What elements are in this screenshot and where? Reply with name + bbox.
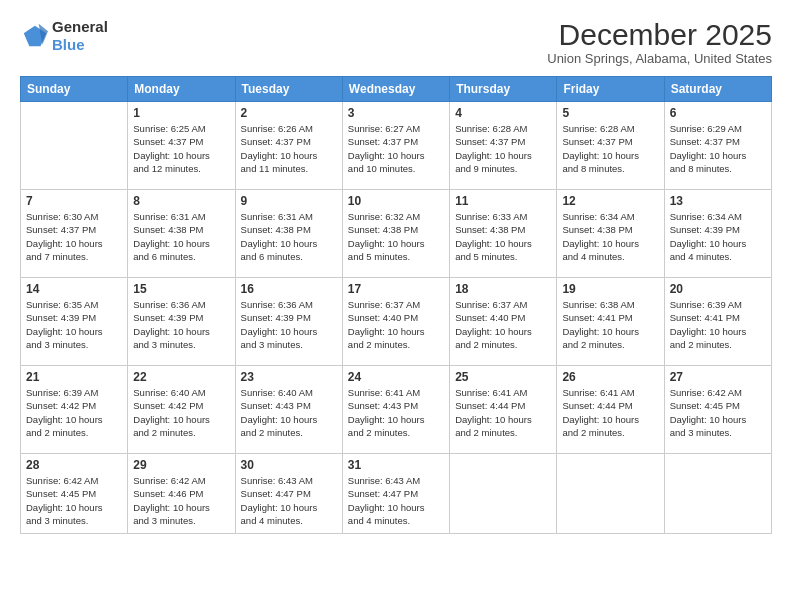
day-number: 6 bbox=[670, 106, 766, 120]
day-number: 2 bbox=[241, 106, 337, 120]
day-info: Sunrise: 6:28 AMSunset: 4:37 PMDaylight:… bbox=[562, 122, 658, 175]
day-number: 29 bbox=[133, 458, 229, 472]
calendar-cell: 7Sunrise: 6:30 AMSunset: 4:37 PMDaylight… bbox=[21, 190, 128, 278]
calendar-cell: 16Sunrise: 6:36 AMSunset: 4:39 PMDayligh… bbox=[235, 278, 342, 366]
calendar-cell bbox=[664, 454, 771, 534]
page: General Blue December 2025 Union Springs… bbox=[0, 0, 792, 612]
day-info: Sunrise: 6:31 AMSunset: 4:38 PMDaylight:… bbox=[133, 210, 229, 263]
calendar-cell: 2Sunrise: 6:26 AMSunset: 4:37 PMDaylight… bbox=[235, 102, 342, 190]
day-info: Sunrise: 6:27 AMSunset: 4:37 PMDaylight:… bbox=[348, 122, 444, 175]
day-info: Sunrise: 6:40 AMSunset: 4:42 PMDaylight:… bbox=[133, 386, 229, 439]
day-number: 13 bbox=[670, 194, 766, 208]
calendar-header-thursday: Thursday bbox=[450, 77, 557, 102]
day-number: 26 bbox=[562, 370, 658, 384]
logo-text: General Blue bbox=[52, 18, 108, 54]
calendar-header-saturday: Saturday bbox=[664, 77, 771, 102]
day-number: 18 bbox=[455, 282, 551, 296]
calendar-cell: 22Sunrise: 6:40 AMSunset: 4:42 PMDayligh… bbox=[128, 366, 235, 454]
day-number: 5 bbox=[562, 106, 658, 120]
calendar-cell: 21Sunrise: 6:39 AMSunset: 4:42 PMDayligh… bbox=[21, 366, 128, 454]
day-info: Sunrise: 6:37 AMSunset: 4:40 PMDaylight:… bbox=[348, 298, 444, 351]
day-info: Sunrise: 6:40 AMSunset: 4:43 PMDaylight:… bbox=[241, 386, 337, 439]
day-number: 23 bbox=[241, 370, 337, 384]
calendar-cell bbox=[557, 454, 664, 534]
day-number: 12 bbox=[562, 194, 658, 208]
calendar-cell: 13Sunrise: 6:34 AMSunset: 4:39 PMDayligh… bbox=[664, 190, 771, 278]
main-title: December 2025 bbox=[547, 18, 772, 51]
day-number: 3 bbox=[348, 106, 444, 120]
day-info: Sunrise: 6:41 AMSunset: 4:43 PMDaylight:… bbox=[348, 386, 444, 439]
day-number: 22 bbox=[133, 370, 229, 384]
calendar-week-3: 14Sunrise: 6:35 AMSunset: 4:39 PMDayligh… bbox=[21, 278, 772, 366]
calendar-header-tuesday: Tuesday bbox=[235, 77, 342, 102]
calendar-week-4: 21Sunrise: 6:39 AMSunset: 4:42 PMDayligh… bbox=[21, 366, 772, 454]
day-info: Sunrise: 6:39 AMSunset: 4:41 PMDaylight:… bbox=[670, 298, 766, 351]
day-number: 11 bbox=[455, 194, 551, 208]
calendar-header-row: SundayMondayTuesdayWednesdayThursdayFrid… bbox=[21, 77, 772, 102]
header: General Blue December 2025 Union Springs… bbox=[20, 18, 772, 66]
calendar-cell: 27Sunrise: 6:42 AMSunset: 4:45 PMDayligh… bbox=[664, 366, 771, 454]
day-number: 31 bbox=[348, 458, 444, 472]
calendar-week-5: 28Sunrise: 6:42 AMSunset: 4:45 PMDayligh… bbox=[21, 454, 772, 534]
calendar-header-sunday: Sunday bbox=[21, 77, 128, 102]
logo-icon bbox=[20, 22, 48, 50]
day-number: 8 bbox=[133, 194, 229, 208]
day-info: Sunrise: 6:33 AMSunset: 4:38 PMDaylight:… bbox=[455, 210, 551, 263]
calendar-header-wednesday: Wednesday bbox=[342, 77, 449, 102]
day-info: Sunrise: 6:28 AMSunset: 4:37 PMDaylight:… bbox=[455, 122, 551, 175]
calendar-cell: 1Sunrise: 6:25 AMSunset: 4:37 PMDaylight… bbox=[128, 102, 235, 190]
day-number: 4 bbox=[455, 106, 551, 120]
calendar-cell bbox=[21, 102, 128, 190]
calendar-cell: 6Sunrise: 6:29 AMSunset: 4:37 PMDaylight… bbox=[664, 102, 771, 190]
day-info: Sunrise: 6:36 AMSunset: 4:39 PMDaylight:… bbox=[133, 298, 229, 351]
calendar-week-2: 7Sunrise: 6:30 AMSunset: 4:37 PMDaylight… bbox=[21, 190, 772, 278]
day-number: 16 bbox=[241, 282, 337, 296]
calendar-cell: 11Sunrise: 6:33 AMSunset: 4:38 PMDayligh… bbox=[450, 190, 557, 278]
calendar-cell: 19Sunrise: 6:38 AMSunset: 4:41 PMDayligh… bbox=[557, 278, 664, 366]
calendar-cell: 24Sunrise: 6:41 AMSunset: 4:43 PMDayligh… bbox=[342, 366, 449, 454]
calendar-cell: 8Sunrise: 6:31 AMSunset: 4:38 PMDaylight… bbox=[128, 190, 235, 278]
calendar-cell bbox=[450, 454, 557, 534]
day-info: Sunrise: 6:42 AMSunset: 4:46 PMDaylight:… bbox=[133, 474, 229, 527]
title-block: December 2025 Union Springs, Alabama, Un… bbox=[547, 18, 772, 66]
calendar-cell: 23Sunrise: 6:40 AMSunset: 4:43 PMDayligh… bbox=[235, 366, 342, 454]
day-info: Sunrise: 6:35 AMSunset: 4:39 PMDaylight:… bbox=[26, 298, 122, 351]
day-info: Sunrise: 6:26 AMSunset: 4:37 PMDaylight:… bbox=[241, 122, 337, 175]
day-number: 19 bbox=[562, 282, 658, 296]
calendar-cell: 12Sunrise: 6:34 AMSunset: 4:38 PMDayligh… bbox=[557, 190, 664, 278]
calendar-cell: 15Sunrise: 6:36 AMSunset: 4:39 PMDayligh… bbox=[128, 278, 235, 366]
day-info: Sunrise: 6:30 AMSunset: 4:37 PMDaylight:… bbox=[26, 210, 122, 263]
calendar-cell: 4Sunrise: 6:28 AMSunset: 4:37 PMDaylight… bbox=[450, 102, 557, 190]
calendar-cell: 17Sunrise: 6:37 AMSunset: 4:40 PMDayligh… bbox=[342, 278, 449, 366]
calendar-cell: 5Sunrise: 6:28 AMSunset: 4:37 PMDaylight… bbox=[557, 102, 664, 190]
calendar-cell: 29Sunrise: 6:42 AMSunset: 4:46 PMDayligh… bbox=[128, 454, 235, 534]
calendar-cell: 20Sunrise: 6:39 AMSunset: 4:41 PMDayligh… bbox=[664, 278, 771, 366]
calendar-cell: 31Sunrise: 6:43 AMSunset: 4:47 PMDayligh… bbox=[342, 454, 449, 534]
day-number: 7 bbox=[26, 194, 122, 208]
day-info: Sunrise: 6:42 AMSunset: 4:45 PMDaylight:… bbox=[26, 474, 122, 527]
calendar-cell: 26Sunrise: 6:41 AMSunset: 4:44 PMDayligh… bbox=[557, 366, 664, 454]
calendar-table: SundayMondayTuesdayWednesdayThursdayFrid… bbox=[20, 76, 772, 534]
logo: General Blue bbox=[20, 18, 108, 54]
subtitle: Union Springs, Alabama, United States bbox=[547, 51, 772, 66]
day-info: Sunrise: 6:43 AMSunset: 4:47 PMDaylight:… bbox=[241, 474, 337, 527]
day-number: 27 bbox=[670, 370, 766, 384]
calendar-cell: 18Sunrise: 6:37 AMSunset: 4:40 PMDayligh… bbox=[450, 278, 557, 366]
calendar-cell: 3Sunrise: 6:27 AMSunset: 4:37 PMDaylight… bbox=[342, 102, 449, 190]
day-info: Sunrise: 6:41 AMSunset: 4:44 PMDaylight:… bbox=[455, 386, 551, 439]
day-info: Sunrise: 6:37 AMSunset: 4:40 PMDaylight:… bbox=[455, 298, 551, 351]
day-info: Sunrise: 6:43 AMSunset: 4:47 PMDaylight:… bbox=[348, 474, 444, 527]
day-number: 10 bbox=[348, 194, 444, 208]
day-info: Sunrise: 6:38 AMSunset: 4:41 PMDaylight:… bbox=[562, 298, 658, 351]
calendar-header-friday: Friday bbox=[557, 77, 664, 102]
day-number: 25 bbox=[455, 370, 551, 384]
day-number: 15 bbox=[133, 282, 229, 296]
day-info: Sunrise: 6:39 AMSunset: 4:42 PMDaylight:… bbox=[26, 386, 122, 439]
day-number: 17 bbox=[348, 282, 444, 296]
day-info: Sunrise: 6:34 AMSunset: 4:38 PMDaylight:… bbox=[562, 210, 658, 263]
day-number: 20 bbox=[670, 282, 766, 296]
calendar-cell: 9Sunrise: 6:31 AMSunset: 4:38 PMDaylight… bbox=[235, 190, 342, 278]
calendar-cell: 30Sunrise: 6:43 AMSunset: 4:47 PMDayligh… bbox=[235, 454, 342, 534]
day-info: Sunrise: 6:29 AMSunset: 4:37 PMDaylight:… bbox=[670, 122, 766, 175]
calendar-cell: 28Sunrise: 6:42 AMSunset: 4:45 PMDayligh… bbox=[21, 454, 128, 534]
